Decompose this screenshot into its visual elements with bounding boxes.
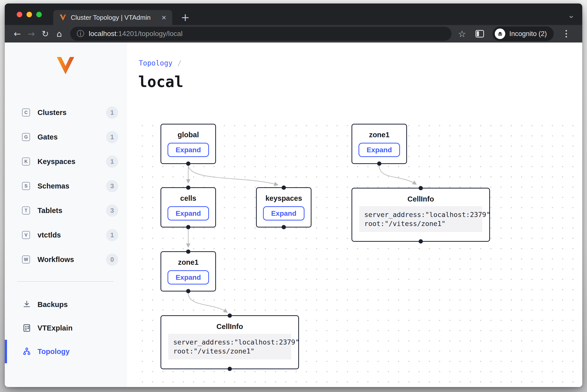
node-title: zone1 [178,258,198,266]
node-title: keyspaces [266,194,302,202]
url-path: :14201/topology/local [116,30,183,38]
tab-search-chevron-icon[interactable]: ⌄ [568,10,575,20]
url-host: localhost [89,30,116,38]
connection-dot [186,225,190,229]
graph-node-keyspaces: keyspaces Expand [256,187,312,228]
count-badge: 3 [106,204,118,217]
keyspaces-letter-icon: K [22,158,30,166]
sidebar-item-gates[interactable]: G Gates 1 [5,125,126,149]
incognito-badge: Incognito (2) [492,26,554,41]
edge-zone1-cellinfo-bottom [188,293,227,312]
new-tab-button[interactable]: + [180,12,191,24]
expand-button[interactable]: Expand [358,143,400,157]
connection-dot [282,225,286,229]
document-check-icon [21,322,32,334]
sidebar-nav: C Clusters 1 G Gates 1 K Keyspaces 1 [5,100,126,272]
sidebar-item-keyspaces[interactable]: K Keyspaces 1 [5,149,126,174]
node-title: CellInfo [216,322,243,331]
connection-dot [186,289,190,293]
vitess-logo[interactable] [54,56,76,75]
sidebar-item-label: Tablets [38,206,62,215]
back-button[interactable]: ← [10,29,24,39]
reload-button[interactable]: ↻ [38,29,52,39]
download-icon [21,299,32,310]
tablets-letter-icon: T [22,206,30,214]
sidebar-item-topology[interactable]: Topology [5,340,126,363]
count-badge: 0 [106,254,118,266]
breadcrumb-separator: / [178,59,182,67]
edge-zone1-cellinfo [379,166,416,184]
home-button[interactable]: ⌂ [52,29,66,39]
side-panel-icon[interactable] [476,30,484,38]
graph-node-zone1-top: zone1 Expand [352,124,407,164]
sidebar-item-label: vtctlds [38,231,61,239]
forward-button[interactable]: → [24,29,38,39]
sidebar-item-backups[interactable]: Backups [5,293,126,316]
sidebar-item-label: Clusters [38,108,66,117]
expand-button[interactable]: Expand [168,206,209,220]
breadcrumb-topology-link[interactable]: Topology [139,59,172,67]
sidebar-item-vtctlds[interactable]: V vtctlds 1 [5,223,126,247]
sidebar-item-label: Backups [38,300,68,309]
browser-toolbar: ← → ↻ ⌂ ⓘ localhost:14201/topology/local… [5,25,582,42]
site-info-icon[interactable]: ⓘ [77,29,84,39]
bookmark-star-icon[interactable]: ☆ [458,29,466,39]
code-line: server_address:"localhost:2379" [173,338,286,347]
expand-button[interactable]: Expand [263,206,304,220]
cellinfo-code: server_address:"localhost:2379" root:"/v… [168,334,291,360]
count-badge: 1 [106,156,118,168]
sidebar-item-label: Keyspaces [38,158,76,166]
graph-node-cellinfo-right: CellInfo server_address:"localhost:2379"… [352,188,490,242]
gates-letter-icon: G [22,133,30,141]
connection-dot [186,162,190,166]
code-line: server_address:"localhost:2379" [364,210,477,219]
traffic-lights [17,12,42,17]
incognito-icon [497,30,504,37]
sidebar-item-clusters[interactable]: C Clusters 1 [5,100,126,125]
node-title: global [178,131,199,139]
browser-tab[interactable]: Cluster Topology | VTAdmin × [53,10,172,25]
connection-dot [228,367,232,371]
connection-dot [377,162,382,166]
sidebar-divider [17,281,114,282]
schemas-letter-icon: S [22,182,30,190]
sidebar-item-tablets[interactable]: T Tablets 3 [5,198,126,223]
sidebar-item-schemas[interactable]: S Schemas 3 [5,174,126,198]
page-content: C Clusters 1 G Gates 1 K Keyspaces 1 [5,42,582,387]
vtctlds-letter-icon: V [22,231,30,239]
expand-button[interactable]: Expand [168,270,209,284]
sidebar-item-label: Gates [38,133,58,141]
cellinfo-code: server_address:"localhost:2379" root:"/v… [359,206,482,232]
browser-window: Cluster Topology | VTAdmin × + ⌄ ← → ↻ ⌂… [5,4,582,387]
tab-close-icon[interactable]: × [162,14,166,22]
connection-dot [228,314,232,318]
topology-icon [21,346,32,357]
clusters-letter-icon: C [22,108,30,116]
browser-menu-icon[interactable] [561,30,571,38]
sidebar-item-vtexplain[interactable]: VTExplain [5,316,126,340]
sidebar: C Clusters 1 G Gates 1 K Keyspaces 1 [5,42,126,387]
minimize-window-button[interactable] [26,12,32,17]
node-title: CellInfo [408,195,434,203]
sidebar-item-label: Schemas [38,182,69,190]
breadcrumb: Topology/ [139,59,182,67]
count-badge: 1 [106,131,118,143]
code-line: root:"/vitess/zone1" [364,219,477,228]
expand-button[interactable]: Expand [168,143,209,157]
edge-global-keyspaces [188,166,277,185]
tab-title: Cluster Topology | VTAdmin [71,14,158,22]
page-title: local [138,73,184,90]
code-line: root:"/vitess/zone1" [173,347,286,356]
sidebar-item-workflows[interactable]: W Workflows 0 [5,247,126,272]
zoom-window-button[interactable] [36,12,42,17]
vitess-favicon-icon [59,14,67,21]
count-badge: 1 [106,229,118,241]
count-badge: 1 [106,106,118,119]
graph-node-cellinfo-bottom: CellInfo server_address:"localhost:2379"… [160,315,299,369]
sidebar-item-label: Workflows [38,256,74,264]
address-bar[interactable]: ⓘ localhost:14201/topology/local [70,27,452,41]
graph-node-zone1-bottom: zone1 Expand [160,251,216,292]
graph-node-global: global Expand [160,124,216,164]
incognito-label: Incognito (2) [509,30,547,38]
close-window-button[interactable] [17,12,22,17]
